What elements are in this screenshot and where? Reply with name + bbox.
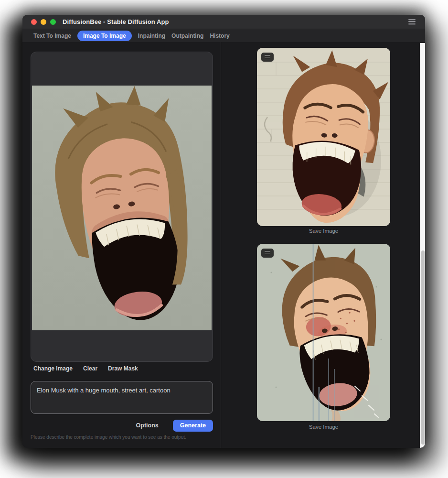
desktop: DiffusionBee - Stable Diffusion App Text…	[0, 0, 448, 478]
save-image-button[interactable]: Save Image	[257, 424, 390, 430]
options-button[interactable]: Options	[136, 422, 159, 429]
main-content: Change Image Clear Draw Mask Elon Musk w…	[22, 42, 425, 448]
clear-button[interactable]: Clear	[83, 365, 97, 372]
tab-bar: Text To Image Image To Image Inpainting …	[22, 29, 425, 42]
prompt-textarea[interactable]: Elon Musk with a huge mouth, street art,…	[31, 381, 213, 414]
traffic-lights	[31, 19, 56, 25]
tab-inpainting[interactable]: Inpainting	[138, 31, 165, 41]
generated-image-2	[257, 244, 390, 421]
draw-mask-button[interactable]: Draw Mask	[108, 365, 138, 372]
result-card-2	[257, 244, 390, 421]
result-menu-icon[interactable]	[261, 53, 274, 62]
source-image-panel[interactable]	[31, 52, 213, 362]
image-actions: Change Image Clear Draw Mask	[33, 365, 138, 372]
tab-outpainting[interactable]: Outpainting	[171, 31, 203, 41]
tab-image-to-image[interactable]: Image To Image	[77, 31, 132, 41]
helper-text: Please describe the complete image which…	[31, 435, 186, 440]
result-menu-icon[interactable]	[261, 249, 274, 258]
tab-text-to-image[interactable]: Text To Image	[33, 31, 71, 41]
app-window: DiffusionBee - Stable Diffusion App Text…	[22, 15, 425, 448]
scrollbar-track[interactable]	[420, 43, 425, 448]
generate-row: Options Generate	[31, 419, 213, 432]
titlebar: DiffusionBee - Stable Diffusion App	[22, 15, 425, 29]
window-menu-icon[interactable]	[408, 18, 416, 26]
app-title: DiffusionBee - Stable Diffusion App	[63, 18, 169, 25]
change-image-button[interactable]: Change Image	[33, 365, 73, 372]
scrollbar-thumb[interactable]	[421, 250, 425, 445]
zoom-button[interactable]	[50, 19, 56, 25]
close-button[interactable]	[31, 19, 37, 25]
save-image-button[interactable]: Save Image	[257, 228, 390, 234]
source-image	[32, 86, 212, 330]
minimize-button[interactable]	[41, 19, 46, 25]
generate-button[interactable]: Generate	[173, 420, 213, 432]
input-panel: Change Image Clear Draw Mask Elon Musk w…	[22, 42, 221, 448]
results-panel: Save Image	[221, 42, 425, 448]
result-card-1	[257, 48, 390, 226]
generated-image-1	[257, 48, 390, 226]
tab-history[interactable]: History	[210, 31, 229, 41]
